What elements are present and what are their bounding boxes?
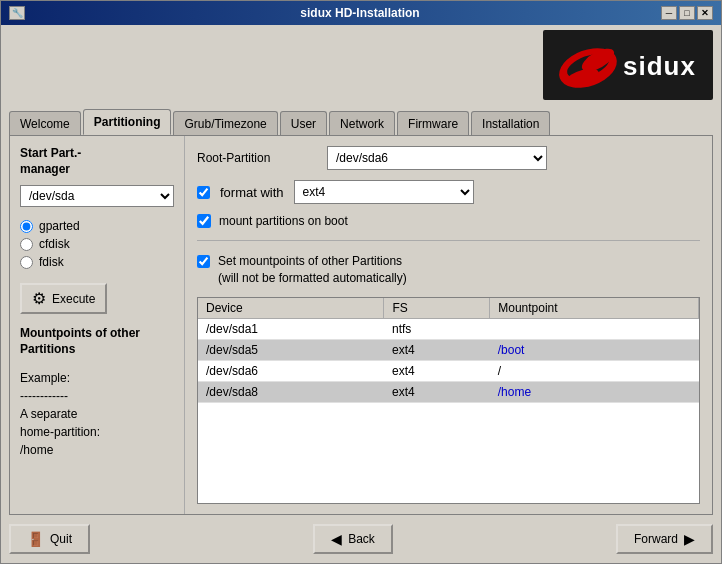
forward-icon: ▶ <box>684 531 695 547</box>
cell-device: /dev/sda1 <box>198 318 384 339</box>
execute-icon: ⚙ <box>32 289 46 308</box>
tabs-bar: Welcome Partitioning Grub/Timezone User … <box>1 105 721 135</box>
tab-partitioning[interactable]: Partitioning <box>83 109 172 135</box>
root-partition-dropdown[interactable]: /dev/sda6 /dev/sda5 /dev/sda8 <box>327 146 547 170</box>
col-fs: FS <box>384 298 490 319</box>
left-panel: Start Part.-manager /dev/sda /dev/sdb gp… <box>10 136 185 514</box>
table-row[interactable]: /dev/sda1ntfs <box>198 318 699 339</box>
close-btn[interactable]: ✕ <box>697 6 713 20</box>
execute-button[interactable]: ⚙ Execute <box>20 283 107 314</box>
titlebar: 🔧 sidux HD-Installation ─ □ ✕ <box>1 1 721 25</box>
col-device: Device <box>198 298 384 319</box>
minimize-btn[interactable]: ─ <box>661 6 677 20</box>
cell-fs: ext4 <box>384 360 490 381</box>
main-window: 🔧 sidux HD-Installation ─ □ ✕ sidux <box>0 0 722 564</box>
root-partition-label: Root-Partition <box>197 151 317 165</box>
table-row[interactable]: /dev/sda5ext4/boot <box>198 339 699 360</box>
logo: sidux <box>543 30 713 100</box>
table-row[interactable]: /dev/sda8ext4/home <box>198 381 699 402</box>
example-section: Example: ------------ A separatehome-par… <box>20 369 174 459</box>
quit-button[interactable]: 🚪 Quit <box>9 524 90 554</box>
format-with-row: format with ext4 ext3 btrfs <box>197 180 700 204</box>
cell-device: /dev/sda5 <box>198 339 384 360</box>
set-mountpoints-row: Set mountpoints of other Partitions(will… <box>197 253 700 287</box>
tab-firmware[interactable]: Firmware <box>397 111 469 135</box>
system-menu-btn[interactable]: 🔧 <box>9 6 25 20</box>
main-content: Start Part.-manager /dev/sda /dev/sdb gp… <box>9 135 713 515</box>
table-row[interactable]: /dev/sda6ext4/ <box>198 360 699 381</box>
back-icon: ◀ <box>331 531 342 547</box>
table-header-row: Device FS Mountpoint <box>198 298 699 319</box>
format-with-label: format with <box>220 185 284 200</box>
maximize-btn[interactable]: □ <box>679 6 695 20</box>
mount-partitions-label: mount partitions on boot <box>219 214 348 228</box>
format-checkbox[interactable] <box>197 186 210 199</box>
partition-table: Device FS Mountpoint /dev/sda1ntfs/dev/s… <box>198 298 699 403</box>
cell-fs: ext4 <box>384 381 490 402</box>
header-area: sidux <box>1 25 721 105</box>
col-mountpoint: Mountpoint <box>490 298 699 319</box>
cell-device: /dev/sda8 <box>198 381 384 402</box>
partitioner-radio-group: gparted cfdisk fdisk <box>20 215 174 273</box>
cell-mountpoint: /home <box>490 381 699 402</box>
device-dropdown[interactable]: /dev/sda /dev/sdb <box>20 185 174 207</box>
device-dropdown-container: /dev/sda /dev/sdb <box>20 185 174 207</box>
radio-gparted[interactable]: gparted <box>20 219 174 233</box>
cell-mountpoint: /boot <box>490 339 699 360</box>
svg-text:sidux: sidux <box>623 51 696 81</box>
window-title: sidux HD-Installation <box>59 6 661 20</box>
cell-device: /dev/sda6 <box>198 360 384 381</box>
set-mountpoints-label: Set mountpoints of other Partitions(will… <box>218 253 407 287</box>
cell-mountpoint: / <box>490 360 699 381</box>
tab-installation[interactable]: Installation <box>471 111 550 135</box>
tab-welcome[interactable]: Welcome <box>9 111 81 135</box>
separator <box>197 240 700 241</box>
forward-button[interactable]: Forward ▶ <box>616 524 713 554</box>
radio-fdisk[interactable]: fdisk <box>20 255 174 269</box>
radio-cfdisk[interactable]: cfdisk <box>20 237 174 251</box>
format-with-dropdown[interactable]: ext4 ext3 btrfs <box>294 180 474 204</box>
cell-fs: ntfs <box>384 318 490 339</box>
cell-mountpoint <box>490 318 699 339</box>
back-button[interactable]: ◀ Back <box>313 524 393 554</box>
mount-partitions-checkbox[interactable] <box>197 214 211 228</box>
tab-network[interactable]: Network <box>329 111 395 135</box>
tab-grub[interactable]: Grub/Timezone <box>173 111 277 135</box>
start-part-manager-label: Start Part.-manager <box>20 146 174 177</box>
footer: 🚪 Quit ◀ Back Forward ▶ <box>1 515 721 563</box>
tab-user[interactable]: User <box>280 111 327 135</box>
partition-table-container: Device FS Mountpoint /dev/sda1ntfs/dev/s… <box>197 297 700 504</box>
window-controls: ─ □ ✕ <box>661 6 713 20</box>
quit-icon: 🚪 <box>27 531 44 547</box>
set-mountpoints-checkbox[interactable] <box>197 255 210 268</box>
mountpoints-label: Mountpoints of otherPartitions <box>20 326 174 357</box>
mount-partitions-row: mount partitions on boot <box>197 214 700 228</box>
right-panel: Root-Partition /dev/sda6 /dev/sda5 /dev/… <box>185 136 712 514</box>
cell-fs: ext4 <box>384 339 490 360</box>
root-partition-row: Root-Partition /dev/sda6 /dev/sda5 /dev/… <box>197 146 700 170</box>
